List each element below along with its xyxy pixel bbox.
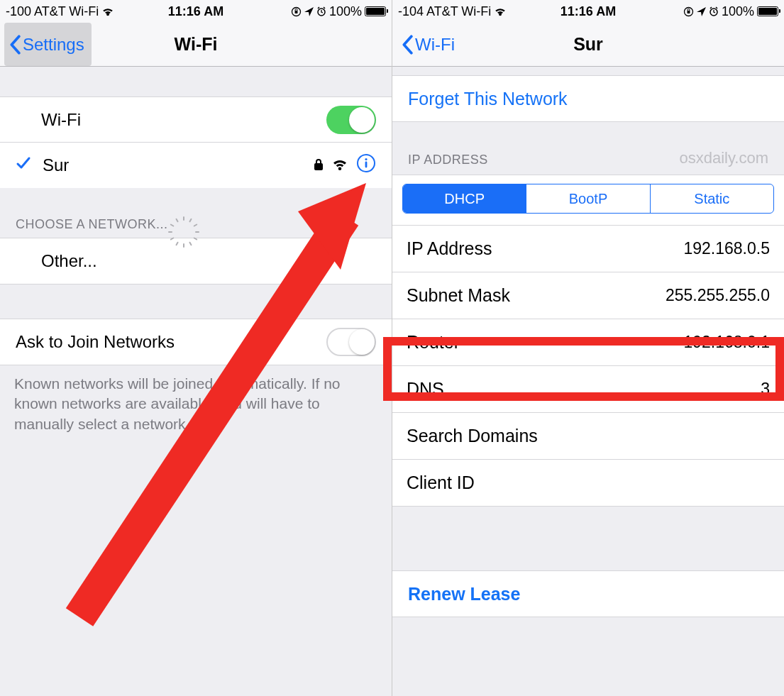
forget-network-button[interactable]: Forget This Network: [392, 76, 784, 121]
router-row: Router 192.168.0.1: [392, 319, 784, 366]
dns-label: DNS: [407, 379, 761, 399]
ip-address-value: 192.168.0.5: [683, 239, 770, 258]
subnet-mask-value: 255.255.255.0: [666, 286, 770, 305]
router-label: Router: [407, 332, 683, 353]
dns-row[interactable]: DNS 3: [392, 366, 784, 413]
status-time: 11:16 AM: [525, 4, 652, 19]
ip-address-header-row: IP ADDRESS osxdaily.com: [392, 146, 784, 175]
alarm-icon: [709, 6, 719, 16]
spinner-icon: [175, 216, 191, 232]
wifi-icon: [332, 155, 348, 175]
lock-rotation-icon: [291, 6, 302, 17]
connected-network-row[interactable]: Sur: [0, 143, 392, 188]
wifi-row-label: Wi-Fi: [41, 110, 326, 130]
ask-to-join-footer: Known networks will be joined automatica…: [0, 365, 392, 443]
phone-screen-network-detail: -104 AT&T Wi-Fi 11:16 AM 100% Wi-Fi Sur …: [392, 0, 784, 696]
battery-icon: [757, 6, 778, 16]
watermark-text: osxdaily.com: [679, 149, 768, 167]
search-domains-row[interactable]: Search Domains: [392, 413, 784, 460]
back-label: Wi-Fi: [415, 35, 455, 55]
ask-to-join-toggle[interactable]: [326, 328, 376, 356]
subnet-mask-row: Subnet Mask 255.255.255.0: [392, 272, 784, 319]
signal-strength: -104: [398, 4, 424, 19]
back-button[interactable]: Settings: [4, 23, 92, 66]
svg-rect-3: [314, 163, 323, 170]
carrier-name: AT&T Wi-Fi: [34, 4, 99, 19]
back-button[interactable]: Wi-Fi: [397, 23, 462, 66]
connected-network-name: Sur: [43, 155, 314, 175]
ip-address-label: IP Address: [407, 238, 683, 259]
battery-percent: 100%: [722, 4, 754, 19]
carrier-name: AT&T Wi-Fi: [426, 4, 491, 19]
client-id-label: Client ID: [407, 473, 770, 493]
ip-address-section-header: IP ADDRESS: [408, 153, 488, 167]
lock-rotation-icon: [683, 6, 694, 17]
svg-rect-6: [365, 162, 368, 168]
phone-screen-wifi-list: -100 AT&T Wi-Fi 11:16 AM 100% Settings W…: [0, 0, 392, 696]
segment-bootp[interactable]: BootP: [526, 184, 650, 213]
nav-bar: Wi-Fi Sur: [392, 23, 784, 67]
checkmark-icon: [16, 155, 34, 175]
nav-bar: Settings Wi-Fi: [0, 23, 392, 67]
battery-icon: [365, 6, 386, 16]
choose-network-header: CHOOSE A NETWORK...: [0, 209, 392, 238]
search-domains-label: Search Domains: [407, 426, 770, 446]
signal-strength: -100: [6, 4, 31, 19]
renew-lease-button[interactable]: Renew Lease: [392, 571, 784, 617]
dns-value: 3: [761, 380, 770, 399]
segment-dhcp[interactable]: DHCP: [403, 184, 526, 213]
status-bar: -100 AT&T Wi-Fi 11:16 AM 100%: [0, 0, 392, 23]
renew-lease-label: Renew Lease: [408, 584, 768, 604]
subnet-mask-label: Subnet Mask: [407, 285, 666, 306]
wifi-toggle-row: Wi-Fi: [0, 97, 392, 143]
client-id-row[interactable]: Client ID: [392, 460, 784, 507]
wifi-icon: [101, 6, 114, 16]
router-value: 192.168.0.1: [683, 333, 770, 352]
svg-point-5: [365, 158, 367, 160]
battery-percent: 100%: [329, 4, 362, 19]
svg-rect-1: [294, 11, 297, 13]
forget-network-label: Forget This Network: [408, 89, 768, 109]
location-icon: [304, 7, 314, 16]
lock-icon: [314, 155, 324, 175]
wifi-toggle[interactable]: [326, 106, 376, 134]
other-label: Other...: [41, 251, 376, 271]
info-icon[interactable]: [356, 153, 376, 177]
other-network-row[interactable]: Other...: [0, 238, 392, 284]
wifi-icon: [494, 6, 507, 16]
location-icon: [697, 7, 706, 16]
ask-to-join-label: Ask to Join Networks: [16, 332, 326, 352]
status-bar: -104 AT&T Wi-Fi 11:16 AM 100%: [392, 0, 784, 23]
ask-to-join-row: Ask to Join Networks: [0, 319, 392, 365]
segment-static[interactable]: Static: [651, 184, 773, 213]
alarm-icon: [316, 6, 326, 16]
back-label: Settings: [23, 35, 84, 55]
svg-rect-8: [687, 11, 690, 13]
status-time: 11:16 AM: [133, 4, 260, 19]
ip-address-row: IP Address 192.168.0.5: [392, 226, 784, 272]
ip-mode-segmented-control: DHCP BootP Static: [402, 184, 774, 214]
